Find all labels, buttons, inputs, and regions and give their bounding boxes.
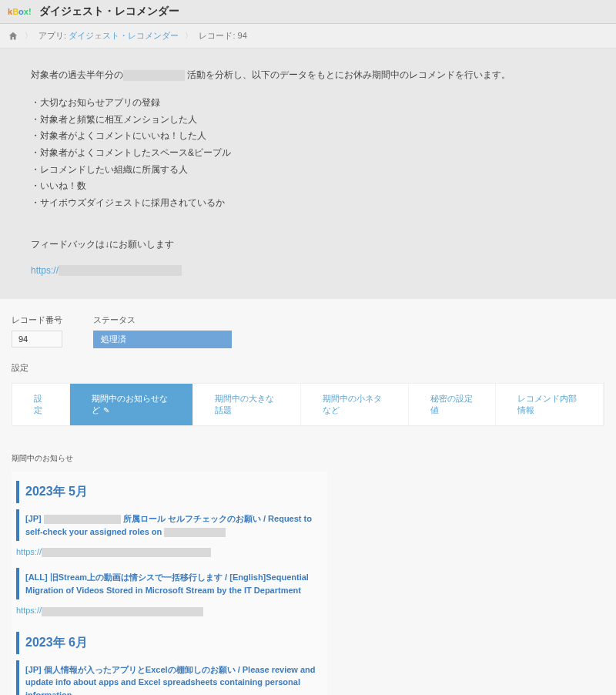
breadcrumb: 〉 アプリ: ダイジェスト・レコメンダー 〉 レコード: 94 [0, 24, 616, 49]
fields-row: レコード番号 94 ステータス 処理済 [12, 314, 604, 348]
record-number-field: レコード番号 94 [12, 314, 62, 348]
news-url-link[interactable]: https:// [16, 606, 203, 616]
feedback-text: フィードバックは↓にお願いします [31, 237, 585, 252]
news-item: [ALL] 旧Stream上の動画は情シスで一括移行します / [English… [16, 568, 327, 599]
content-box: 2023年 5月 [JP] 所属ロール セルフチェックのお願い / Reques… [12, 472, 327, 695]
content-section-label: 期間中のお知らせ [12, 453, 604, 464]
logo: kBox! [8, 7, 32, 16]
tab-secret-settings[interactable]: 秘密の設定値 [409, 384, 495, 425]
bullet-item: ・対象者と頻繁に相互メンションした人 [31, 112, 585, 129]
description-section: 対象者の過去半年分の 活動を分析し、以下のデータをもとにお休み期間中のレコメンド… [0, 49, 616, 299]
feedback-link[interactable]: https:// [31, 265, 182, 276]
record-number-label: レコード番号 [12, 314, 62, 326]
news-item: [JP] 個人情報が入ったアプリとExcelの棚卸しのお願い / Please … [16, 660, 327, 695]
status-value: 処理済 [93, 331, 232, 348]
news-url-link[interactable]: https:// [16, 547, 211, 557]
fields-section: レコード番号 94 ステータス 処理済 設定 設定 期間中のお知らせなど✎ 期間… [0, 299, 616, 442]
redacted-block [59, 265, 182, 276]
redacted-block [42, 607, 203, 616]
edit-icon: ✎ [103, 406, 109, 415]
news-item: [JP] 所属ロール セルフチェックのお願い / Request to self… [16, 509, 327, 541]
record-number-value: 94 [12, 331, 62, 348]
news-title-link[interactable]: [JP] 個人情報が入ったアプリとExcelの棚卸しのお願い / Please … [25, 665, 316, 695]
news-title-link[interactable]: [ALL] 旧Stream上の動画は情シスで一括移行します / [English… [25, 572, 309, 595]
bullet-item: ・大切なお知らせアプリの登録 [31, 95, 585, 112]
chevron-icon: 〉 [185, 31, 192, 42]
breadcrumb-record: レコード: 94 [199, 30, 246, 42]
news-title-link[interactable]: [JP] 所属ロール セルフチェックのお願い / Request to self… [25, 514, 312, 536]
bullet-item: ・対象者がよくコメントしたスペース&ピープル [31, 145, 585, 162]
redacted-block [164, 528, 226, 537]
redacted-block [123, 70, 185, 81]
bullet-item: ・レコメンドしたい組織に所属する人 [31, 162, 585, 179]
chevron-icon: 〉 [25, 31, 32, 42]
tab-big-topics[interactable]: 期間中の大きな話題 [193, 384, 301, 425]
tab-announcements[interactable]: 期間中のお知らせなど✎ [70, 384, 193, 425]
settings-label: 設定 [12, 362, 604, 374]
tab-small-topics[interactable]: 期間中の小ネタなど [301, 384, 409, 425]
redacted-block [44, 515, 121, 524]
tab-settings[interactable]: 設定 [12, 384, 70, 425]
tab-internal-info[interactable]: レコメンド内部情報 [496, 384, 604, 425]
intro-text: 対象者の過去半年分の 活動を分析し、以下のデータをもとにお休み期間中のレコメンド… [31, 68, 585, 82]
top-header: kBox! ダイジェスト・レコメンダー [0, 0, 616, 24]
tabs: 設定 期間中のお知らせなど✎ 期間中の大きな話題 期間中の小ネタなど 秘密の設定… [12, 383, 604, 426]
home-icon[interactable] [8, 31, 18, 42]
bullet-list: ・大切なお知らせアプリの登録 ・対象者と頻繁に相互メンションした人 ・対象者がよ… [31, 95, 585, 211]
status-field: ステータス 処理済 [93, 314, 232, 348]
bullet-item: ・いいね！数 [31, 178, 585, 195]
redacted-block [42, 548, 211, 557]
bullet-item: ・サイボウズダイジェストに採用されているか [31, 195, 585, 212]
content-section: 期間中のお知らせ 2023年 5月 [JP] 所属ロール セルフチェックのお願い… [0, 442, 616, 695]
month-header: 2023年 6月 [16, 632, 327, 654]
month-header: 2023年 5月 [16, 481, 327, 503]
status-label: ステータス [93, 314, 232, 326]
bullet-item: ・対象者がよくコメントにいいね！した人 [31, 128, 585, 145]
page-title: ダイジェスト・レコメンダー [39, 5, 179, 18]
breadcrumb-app[interactable]: アプリ: ダイジェスト・レコメンダー [38, 30, 179, 42]
